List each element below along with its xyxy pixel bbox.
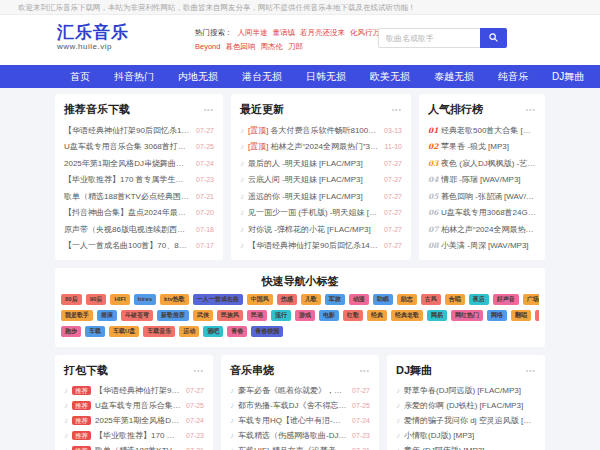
tag[interactable]: 经典 [367, 310, 387, 321]
site-logo[interactable]: 汇乐音乐 www.huile.vip [57, 24, 129, 51]
tag[interactable]: 流行 [271, 310, 291, 321]
song-title[interactable]: 车载专用HQ【谁心中有泪-谁想唱情歌】，... [238, 415, 347, 426]
song-title[interactable]: 遥远的你 -明天姐妹 [FLAC/MP3] [248, 191, 379, 202]
tag[interactable]: 新歌推荐 [157, 310, 189, 321]
nav-item-dj-dance[interactable]: DJ舞曲 [540, 65, 596, 88]
tag[interactable]: 青春 [227, 326, 247, 337]
hot-word[interactable]: 周杰伦 [260, 40, 283, 54]
song-title[interactable]: 2025年第1期全风格DJ串烧舞曲音乐合集共... [64, 158, 191, 169]
song-title[interactable]: 豪车必备《瞧着你就爱》，超好听中文魔力... [238, 385, 347, 396]
tag[interactable]: 广场舞 [523, 294, 539, 305]
tag[interactable]: 古风 [421, 294, 441, 305]
nav-item-pure-music[interactable]: 纯音乐 [486, 65, 540, 88]
song-title[interactable]: U盘车载专用3068首24G高音质mp3... [441, 207, 536, 218]
song-title[interactable]: 【华语经典神仙打架90后回忆杀145首无损... [64, 125, 191, 136]
tag[interactable]: 民谣 [247, 310, 267, 321]
hot-word[interactable]: 人间半途 [238, 26, 268, 40]
tag[interactable]: 合唱 [445, 294, 465, 305]
tag[interactable]: 车载音乐 [143, 326, 175, 337]
hot-word[interactable]: Beyond [195, 40, 220, 54]
tag[interactable]: 励志 [397, 294, 417, 305]
song-title[interactable]: 各大付费音乐软件畅听8100＋高品质... [270, 125, 379, 136]
tag[interactable]: 动漫 [349, 294, 369, 305]
more-button[interactable]: ••• [526, 367, 536, 374]
more-button[interactable]: ••• [194, 367, 204, 374]
song-title[interactable]: 歌单（精选188首KTV必点经典国语... [95, 445, 181, 450]
tag[interactable]: 90后 [86, 294, 107, 305]
tag[interactable]: 老歌 [535, 310, 539, 321]
tag[interactable]: ktv热歌 [160, 294, 189, 305]
tag[interactable]: 好声音 [493, 294, 519, 305]
song-title[interactable]: 野草争春(DJ阿远版) [FLAC/MP3] [404, 385, 536, 396]
tag[interactable]: 车载U盘 [109, 326, 139, 337]
tag[interactable]: 军旅 [325, 294, 345, 305]
song-title[interactable]: 夜色 (寂人DJ枫枫版) -艺涛、枫枫 [... [441, 158, 536, 169]
hot-word[interactable]: 童话镇 [273, 26, 296, 40]
song-title[interactable]: 亲爱的你啊 (DJ铁柱) [FLAC/MP3] [404, 400, 536, 411]
tag[interactable]: 我是歌手 [61, 310, 93, 321]
tag[interactable]: 摇滚 [97, 310, 117, 321]
song-title[interactable]: 原声带（央视86版电视连续剧西游记原声音... [64, 224, 191, 235]
tag[interactable]: 武侠 [193, 310, 213, 321]
song-title[interactable]: 车载精选（伤感网络歌曲-DJ舞曲专辑），... [238, 430, 347, 441]
song-title[interactable]: 柏林之声“2024全网最热门”3628首车... [441, 224, 536, 235]
song-title[interactable]: 小美满 -周深 [WAV/MP3] [441, 240, 536, 251]
hot-word[interactable]: 若月亮还没来 [300, 26, 345, 40]
song-title[interactable]: 都市热播-车载DJ《舍不得忘记你-你是我网... [238, 400, 347, 411]
song-title[interactable]: 【一人一首成名曲100首】70、80、90后经典... [64, 240, 191, 251]
song-title[interactable]: 【华语经典神仙打架90后回忆杀145... [95, 385, 181, 396]
hot-word[interactable]: 刀郎 [288, 40, 303, 54]
nav-item-mainland-lossless[interactable]: 内地无损 [166, 65, 230, 88]
song-title[interactable]: 柏林之声“2024全网最热门”3628首车... [270, 141, 379, 152]
song-title[interactable]: 【抖音神曲合集】盘点2024年最新抖音243首... [64, 207, 191, 218]
tag[interactable]: 翻唱 [511, 310, 531, 321]
tag[interactable]: 伤感 [277, 294, 297, 305]
song-title[interactable]: 小情歌(DJ版) [MP3] [404, 430, 536, 441]
song-title[interactable]: 【毕业歌推荐】170 首专属学生的青春歌单... [64, 174, 191, 185]
more-button[interactable]: ••• [392, 106, 402, 113]
song-title[interactable]: 经典老歌500首大合集 [MP4] [441, 125, 536, 136]
more-button[interactable]: ••• [360, 367, 370, 374]
more-button[interactable]: ••• [204, 106, 214, 113]
nav-item-thaiviet-lossless[interactable]: 泰越无损 [422, 65, 486, 88]
tag[interactable]: 斗破苍穹 [121, 310, 153, 321]
tag[interactable]: 网络 [487, 310, 507, 321]
nav-item-medley[interactable]: 音乐串烧 [596, 65, 600, 88]
song-title[interactable]: 情罪 -陈瑞 [WAV/MP3] [441, 174, 536, 185]
song-title[interactable]: 【华语经典神仙打架90后回忆杀145首无损... [248, 240, 379, 251]
song-title[interactable]: 对你说 -弹棉花的小花 [FLAC/MP3] [248, 224, 379, 235]
song-title[interactable]: 2025年第1期全风格DJ串烧舞曲音乐... [95, 415, 181, 426]
song-title[interactable]: 见一面少一面 (手机版) -明天姐妹 [FLAC/M... [248, 207, 379, 218]
tag[interactable]: 网红热门 [451, 310, 483, 321]
tag[interactable]: 中国风 [247, 294, 273, 305]
search-input[interactable] [378, 28, 480, 48]
nav-item-douyin-hot[interactable]: 抖音热门 [102, 65, 166, 88]
nav-item-western-lossless[interactable]: 欧美无损 [358, 65, 422, 88]
tag[interactable]: 80后 [61, 294, 82, 305]
song-title[interactable]: 【毕业歌推荐】170 首专属学生的青... [95, 430, 181, 441]
song-title[interactable]: 童年 (DJ阿伟版) [MP3] [404, 445, 536, 450]
song-title[interactable]: 最后的人 -明天姐妹 [FLAC/MP3] [248, 158, 379, 169]
tag[interactable]: 一人一首成名曲 [193, 294, 243, 305]
tag[interactable]: 游戏 [295, 310, 315, 321]
song-title[interactable]: U盘车载专用音乐合集 3068首打包下... [95, 400, 181, 411]
more-button[interactable]: ••• [526, 106, 536, 113]
tag[interactable]: 电影 [319, 310, 339, 321]
tag[interactable]: hires [134, 294, 156, 305]
tag[interactable]: 红歌 [343, 310, 363, 321]
tag[interactable]: 助眠 [373, 294, 393, 305]
song-title[interactable]: 爱情的骗子我问你 dj 空灵追风版 [MP3] [404, 415, 536, 426]
tag[interactable]: 经典老歌 [391, 310, 423, 321]
tag[interactable]: HIFI [110, 294, 129, 305]
song-title[interactable]: 苹果香 -狼戈 [MP3] [441, 141, 536, 152]
song-title[interactable]: 车载HIFI-精品女声《追梦者》，伤感情歌... [238, 445, 347, 450]
tag[interactable]: 酒吧 [203, 326, 223, 337]
tag[interactable]: 跑步 [61, 326, 81, 337]
song-title[interactable]: U盘车载专用音乐合集 3068首打包下载 -合... [64, 141, 191, 152]
nav-item-hktw-lossless[interactable]: 港台无损 [230, 65, 294, 88]
song-title[interactable]: 歌单（精选188首KTV必点经典国语经典）... [64, 191, 191, 202]
nav-item-home[interactable]: 首页 [58, 65, 102, 88]
tag[interactable]: 儿歌 [301, 294, 321, 305]
tag[interactable]: 夜店 [469, 294, 489, 305]
nav-item-jpkr-lossless[interactable]: 日韩无损 [294, 65, 358, 88]
